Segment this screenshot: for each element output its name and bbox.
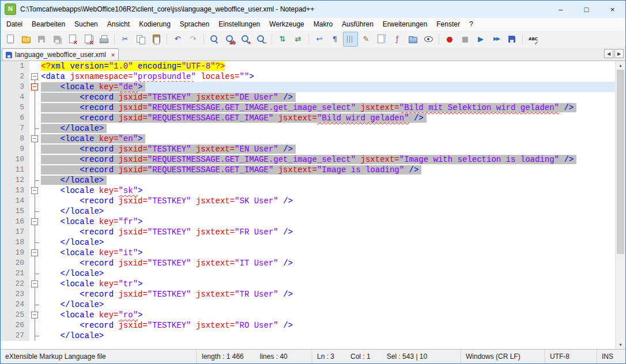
line-number: 17 — [1, 227, 29, 237]
show-all-characters-button[interactable]: ¶ — [327, 32, 342, 47]
replace-button[interactable]: ab — [223, 32, 237, 47]
menu-item-einstellungen[interactable]: Einstellungen — [214, 18, 265, 30]
code-line[interactable]: <?xml version="1.0" encoding="UTF-8"?> — [41, 61, 615, 71]
cut-button[interactable]: ✂ — [118, 32, 133, 47]
code-line[interactable]: </locale> — [41, 268, 615, 279]
undo-button[interactable]: ↶ — [170, 32, 185, 47]
code-line[interactable]: <record jsxid="REQUESTMESSAGE.GET_IMAGE.… — [41, 154, 615, 165]
code-line[interactable]: <record jsxid="TESTKEY" jsxtext="RO User… — [41, 320, 615, 331]
macro-playback-button[interactable]: ▶ — [473, 32, 488, 47]
code-line[interactable]: <locale key="de"> — [41, 82, 615, 92]
menu-item-werkzeuge[interactable]: Werkzeuge — [265, 18, 308, 30]
macro-save-button[interactable] — [504, 32, 519, 47]
print-icon — [99, 35, 108, 44]
scroll-track[interactable] — [616, 70, 625, 340]
code-line[interactable]: <record jsxid="TESTKEY" jsxtext="FR User… — [41, 227, 615, 237]
fold-marker[interactable] — [29, 217, 41, 227]
fold-marker[interactable] — [29, 71, 41, 82]
document-map-button[interactable] — [374, 32, 389, 47]
code-line[interactable]: <locale key="en"> — [41, 134, 615, 144]
tab-nav: ◀ ▶ — [604, 49, 624, 58]
fold-marker[interactable] — [29, 134, 41, 144]
save-file-button[interactable] — [34, 32, 49, 47]
code-line[interactable]: <data jsxnamespace="propsbundle" locales… — [41, 71, 615, 82]
code-line[interactable]: </locale> — [41, 206, 615, 217]
macro-run-multiple-button[interactable]: ▶▶ — [489, 32, 504, 47]
line-number: 23 — [1, 289, 29, 299]
code-line[interactable]: </locale> — [41, 175, 615, 185]
close-all-button[interactable] — [81, 32, 96, 47]
save-all-button[interactable] — [50, 32, 65, 47]
fold-marker[interactable] — [29, 185, 41, 196]
tab-scroll-right-button[interactable]: ▶ — [614, 49, 624, 58]
menu-item-ansicht[interactable]: Ansicht — [103, 18, 134, 30]
code-line[interactable]: <record jsxid="REQUESTMESSAGE.GET_IMAGE.… — [41, 103, 615, 113]
code-line[interactable]: <record jsxid="TESTKEY" jsxtext="EN User… — [41, 144, 615, 154]
editor[interactable]: 1<?xml version="1.0" encoding="UTF-8"?>2… — [1, 61, 625, 349]
menu-item-datei[interactable]: Datei — [2, 18, 27, 30]
zoom-out-button[interactable]: − — [254, 32, 269, 47]
monitoring-button[interactable] — [421, 32, 436, 47]
tab-close-icon[interactable]: × — [111, 51, 115, 58]
code-line[interactable]: <record jsxid="TESTKEY" jsxtext="DE User… — [41, 92, 615, 103]
scroll-up-button[interactable]: ▲ — [616, 61, 625, 70]
scroll-down-button[interactable]: ▼ — [616, 340, 625, 349]
code-line[interactable]: <record jsxid="REQUESTMESSAGE.GET_IMAGE"… — [41, 165, 615, 175]
print-button[interactable] — [96, 32, 111, 47]
close-button[interactable]: × — [599, 1, 625, 18]
fold-marker[interactable] — [29, 279, 41, 289]
code-line[interactable]: </locale> — [41, 331, 615, 341]
code-line[interactable]: <record jsxid="TESTKEY" jsxtext="IT User… — [41, 258, 615, 268]
folder-as-workspace-button[interactable] — [405, 32, 420, 47]
scroll-thumb[interactable] — [617, 70, 624, 254]
tab-scroll-left-button[interactable]: ◀ — [604, 49, 613, 58]
code-line[interactable]: <locale key="tr"> — [41, 279, 615, 289]
minimize-button[interactable]: – — [548, 1, 574, 18]
editor-lines[interactable]: 1<?xml version="1.0" encoding="UTF-8"?>2… — [1, 61, 615, 349]
sync-horizontal-scrolling-button[interactable]: ⇄ — [291, 32, 306, 47]
menu-item-erweiterungen[interactable]: Erweiterungen — [378, 18, 432, 30]
menu-item-fenster[interactable]: Fenster — [432, 18, 465, 30]
fold-marker[interactable] — [29, 310, 41, 320]
fold-marker[interactable] — [29, 82, 41, 92]
redo-button[interactable]: ↷ — [186, 32, 201, 47]
menu-item-kodierung[interactable]: Kodierung — [134, 18, 175, 30]
find-button[interactable] — [207, 32, 222, 47]
menu-item-sprachen[interactable]: Sprachen — [175, 18, 214, 30]
code-line[interactable]: <locale key="fr"> — [41, 217, 615, 227]
code-line[interactable]: <locale key="it"> — [41, 248, 615, 258]
function-list-button[interactable]: ƒ — [390, 32, 405, 47]
new-file-button[interactable] — [3, 32, 18, 47]
code-line[interactable]: <record jsxid="TESTKEY" jsxtext="TR User… — [41, 289, 615, 299]
spell-check-button[interactable]: ABC — [526, 32, 541, 47]
close-file-button[interactable] — [65, 32, 80, 47]
copy-button[interactable] — [133, 32, 148, 47]
maximize-button[interactable]: □ — [574, 1, 599, 18]
menu-item-makro[interactable]: Makro — [309, 18, 337, 30]
code-line[interactable]: </locale> — [41, 237, 615, 248]
open-file-button[interactable] — [18, 32, 33, 47]
word-wrap-button[interactable]: ↩ — [312, 32, 327, 47]
code-line[interactable]: <locale key="ro"> — [41, 310, 615, 320]
user-defined-dialog-button[interactable]: ✎ — [359, 32, 374, 47]
vertical-scrollbar[interactable]: ▲ ▼ — [615, 61, 625, 349]
code-line[interactable]: </locale> — [41, 299, 615, 310]
menu-item-hilfe[interactable]: ? — [465, 18, 478, 30]
code-line[interactable]: </locale> — [41, 123, 615, 134]
spell-check-icon: ABC — [529, 35, 538, 44]
code-line[interactable]: <record jsxid="REQUESTMESSAGE.GET_IMAGE"… — [41, 113, 615, 123]
macro-stop-button[interactable]: ■ — [458, 32, 473, 47]
code-line[interactable]: <record jsxid="TESTKEY" jsxtext="SK User… — [41, 196, 615, 206]
fold-marker[interactable] — [29, 248, 41, 258]
menu-item-suchen[interactable]: Suchen — [70, 18, 103, 30]
paste-button[interactable] — [149, 32, 164, 47]
redo-icon: ↷ — [188, 35, 198, 44]
sync-vertical-scrolling-button[interactable]: ⇅ — [275, 32, 290, 47]
show-indent-guide-button[interactable] — [343, 32, 358, 47]
menu-item-bearbeiten[interactable]: Bearbeiten — [27, 18, 70, 30]
code-line[interactable]: <locale key="sk"> — [41, 185, 615, 196]
macro-record-button[interactable]: ● — [442, 32, 457, 47]
zoom-in-button[interactable]: + — [238, 32, 253, 47]
menu-item-ausfuehren[interactable]: Ausführen — [337, 18, 378, 30]
tab-language-weboffice-user-xml[interactable]: language_weboffice_user.xml × — [2, 48, 119, 60]
